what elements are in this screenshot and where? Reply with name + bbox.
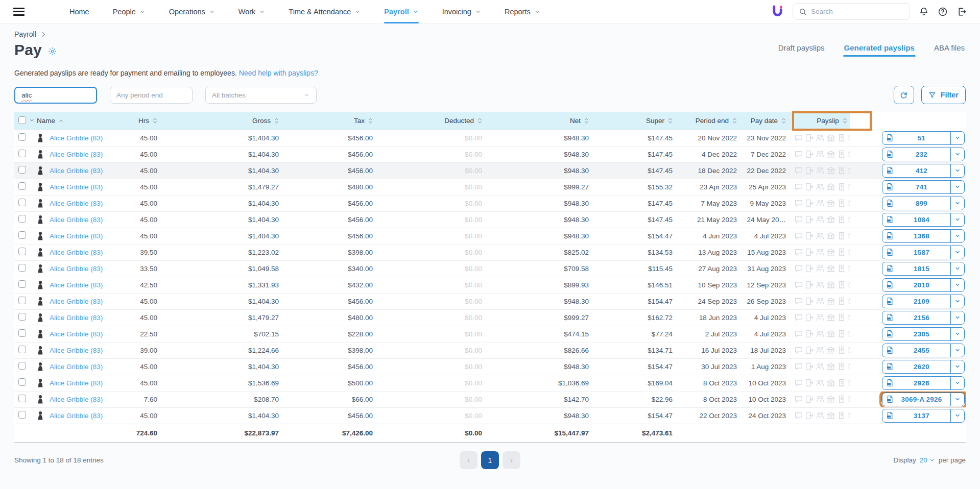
employee-name-link[interactable]: Alice Gribble (83) [50, 347, 103, 354]
people-icon[interactable] [816, 248, 825, 257]
nav-item-payroll[interactable]: Payroll [384, 0, 418, 23]
share-icon[interactable] [805, 280, 814, 289]
bank-icon[interactable] [826, 215, 835, 224]
payslip-dropdown-chevron-icon[interactable] [950, 344, 964, 357]
share-icon[interactable] [805, 313, 814, 322]
payslip-button[interactable]: 2109 [882, 295, 965, 308]
row-checkbox[interactable] [18, 395, 26, 402]
payslip-button[interactable]: 1815 [882, 262, 965, 276]
bank-icon[interactable] [826, 329, 835, 338]
bank-icon[interactable] [826, 362, 835, 371]
breadcrumb-item[interactable]: Payroll [14, 30, 36, 38]
email-icon[interactable] [848, 280, 850, 289]
payslip-button[interactable]: 2926 [882, 376, 965, 390]
comment-icon[interactable] [794, 166, 803, 175]
receipt-icon[interactable] [837, 150, 846, 159]
email-icon[interactable] [848, 182, 850, 191]
comment-icon[interactable] [794, 297, 803, 306]
column-header-net[interactable]: Net [486, 112, 593, 130]
batches-filter-select[interactable]: All batches [205, 87, 317, 104]
employee-name-link[interactable]: Alice Gribble (83) [50, 249, 103, 256]
payslip-dropdown-chevron-icon[interactable] [950, 230, 964, 242]
receipt-icon[interactable] [837, 199, 846, 208]
row-checkbox[interactable] [18, 362, 26, 370]
payslip-dropdown-chevron-icon[interactable] [950, 328, 964, 340]
bank-icon[interactable] [826, 297, 835, 306]
filter-button[interactable]: Filter [921, 86, 966, 104]
payslip-button[interactable]: 2156 [882, 311, 965, 325]
comment-icon[interactable] [794, 150, 803, 159]
payslip-dropdown-chevron-icon[interactable] [950, 295, 964, 308]
comment-icon[interactable] [794, 264, 803, 273]
bank-icon[interactable] [826, 199, 835, 208]
employee-name-link[interactable]: Alice Gribble (83) [50, 298, 103, 305]
nav-item-operations[interactable]: Operations [169, 0, 215, 23]
people-icon[interactable] [816, 329, 825, 338]
email-icon[interactable] [848, 297, 850, 306]
people-icon[interactable] [816, 362, 825, 371]
share-icon[interactable] [805, 297, 814, 306]
receipt-icon[interactable] [837, 264, 846, 273]
people-icon[interactable] [816, 395, 825, 404]
row-checkbox[interactable] [18, 215, 26, 223]
employee-name-link[interactable]: Alice Gribble (83) [50, 412, 103, 420]
receipt-icon[interactable] [837, 182, 846, 191]
help-with-payslips-link[interactable]: Need help with payslips? [239, 69, 318, 77]
payslip-button[interactable]: 1084 [882, 213, 965, 227]
payslip-dropdown-chevron-icon[interactable] [950, 377, 964, 389]
receipt-icon[interactable] [837, 329, 846, 338]
people-icon[interactable] [816, 346, 825, 355]
bank-icon[interactable] [826, 248, 835, 257]
email-icon[interactable] [848, 133, 850, 142]
column-header-hrs[interactable]: Hrs [123, 112, 161, 130]
column-header-tax[interactable]: Tax [283, 112, 377, 130]
employee-name-link[interactable]: Alice Gribble (83) [50, 232, 103, 240]
payslip-button[interactable]: 2455 [882, 344, 965, 357]
email-icon[interactable] [848, 231, 850, 240]
comment-icon[interactable] [794, 133, 803, 142]
comment-icon[interactable] [794, 378, 803, 387]
settings-gear-icon[interactable] [48, 47, 57, 56]
help-icon[interactable] [938, 7, 948, 17]
row-checkbox[interactable] [18, 166, 26, 174]
payslip-button[interactable]: 2620 [882, 360, 965, 374]
comment-icon[interactable] [794, 231, 803, 240]
employee-name-link[interactable]: Alice Gribble (83) [50, 216, 103, 224]
payslip-button[interactable]: 3069-A 2926 [882, 393, 965, 406]
row-checkbox[interactable] [18, 329, 26, 337]
comment-icon[interactable] [794, 329, 803, 338]
employee-name-link[interactable]: Alice Gribble (83) [50, 330, 103, 338]
payslip-dropdown-chevron-icon[interactable] [950, 393, 964, 406]
payslip-button[interactable]: 741 [882, 180, 965, 194]
row-checkbox[interactable] [18, 133, 26, 141]
employee-name-link[interactable]: Alice Gribble (83) [50, 379, 103, 387]
email-icon[interactable] [848, 150, 850, 159]
nav-item-time-attendance[interactable]: Time & Attendance [289, 0, 361, 23]
payslip-dropdown-chevron-icon[interactable] [950, 246, 964, 259]
column-header-select-all[interactable] [14, 112, 33, 130]
payslip-dropdown-chevron-icon[interactable] [950, 262, 964, 275]
employee-name-link[interactable]: Alice Gribble (83) [50, 281, 103, 289]
column-header-deducted[interactable]: Deducted [377, 112, 486, 130]
payslip-button[interactable]: 51 [882, 131, 965, 145]
bank-icon[interactable] [826, 280, 835, 289]
payslip-dropdown-chevron-icon[interactable] [950, 181, 964, 193]
employee-name-link[interactable]: Alice Gribble (83) [50, 134, 103, 142]
share-icon[interactable] [805, 378, 814, 387]
bank-icon[interactable] [826, 182, 835, 191]
payslip-dropdown-chevron-icon[interactable] [950, 197, 964, 210]
select-all-checkbox[interactable] [18, 116, 26, 124]
email-icon[interactable] [848, 264, 850, 273]
employee-name-link[interactable]: Alice Gribble (83) [50, 183, 103, 191]
share-icon[interactable] [805, 248, 814, 257]
people-icon[interactable] [816, 166, 825, 175]
share-icon[interactable] [805, 199, 814, 208]
per-page-select[interactable]: 20 [920, 456, 935, 464]
comment-icon[interactable] [794, 182, 803, 191]
email-icon[interactable] [848, 199, 850, 208]
receipt-icon[interactable] [837, 231, 846, 240]
share-icon[interactable] [805, 264, 814, 273]
payslip-dropdown-chevron-icon[interactable] [950, 148, 964, 161]
receipt-icon[interactable] [837, 215, 846, 224]
payslip-button[interactable]: 1368 [882, 229, 965, 243]
